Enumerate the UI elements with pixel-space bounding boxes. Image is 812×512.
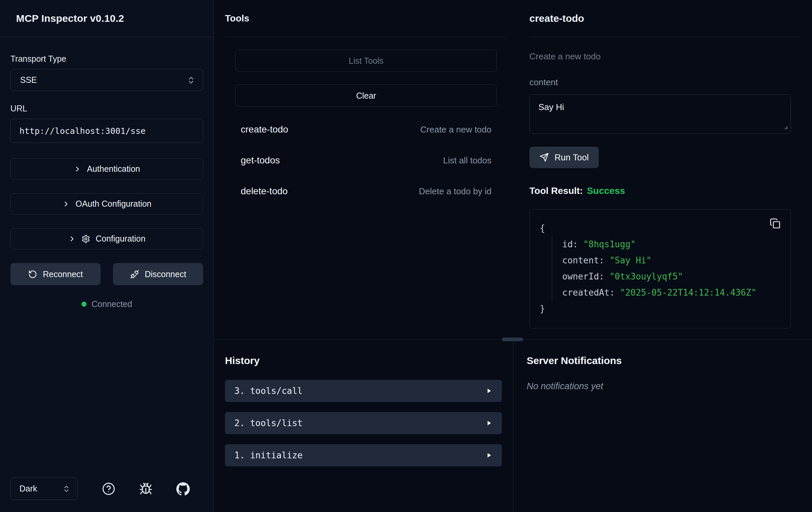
footer-icons bbox=[102, 482, 203, 495]
tool-row-delete-todo[interactable]: delete-todo Delete a todo by id bbox=[235, 176, 497, 207]
bottom-row: History 3. tools/call 2. tools/list 1. i… bbox=[214, 340, 812, 512]
configuration-accordion[interactable]: Configuration bbox=[10, 228, 203, 249]
github-button[interactable] bbox=[176, 482, 190, 495]
github-icon bbox=[176, 482, 190, 495]
content-field[interactable]: Say Hi bbox=[529, 94, 791, 134]
tools-panel-title: Tools bbox=[225, 0, 507, 37]
configuration-label: Configuration bbox=[95, 234, 145, 244]
history-item-label: 3. tools/call bbox=[234, 386, 303, 396]
tool-description: Delete a todo by id bbox=[419, 186, 492, 197]
json-key: id: bbox=[562, 239, 578, 249]
transport-type-value: SSE bbox=[20, 75, 37, 85]
theme-value: Dark bbox=[20, 484, 37, 493]
tool-description: Create a new todo bbox=[420, 125, 492, 135]
chevron-right-icon bbox=[68, 235, 76, 243]
rotate-ccw-icon bbox=[28, 270, 37, 279]
tool-result-line: Tool Result:Success bbox=[529, 186, 801, 196]
history-item-tools-list[interactable]: 2. tools/list bbox=[225, 412, 502, 434]
chevron-right-icon bbox=[62, 200, 70, 208]
tool-result-status: Success bbox=[587, 186, 625, 196]
copy-json-button[interactable] bbox=[770, 218, 781, 229]
url-label: URL bbox=[10, 104, 203, 113]
connection-actions: Reconnect Disconnect bbox=[10, 263, 203, 285]
selected-tool-description: Create a new todo bbox=[529, 51, 801, 62]
mcp-inspector-app: MCP Inspector v0.10.2 Transport Type SSE… bbox=[0, 0, 812, 512]
transport-type-label: Transport Type bbox=[10, 54, 203, 64]
sidebar-footer: Dark bbox=[0, 478, 213, 512]
transport-type-select[interactable]: SSE bbox=[10, 69, 203, 91]
sidebar: MCP Inspector v0.10.2 Transport Type SSE… bbox=[0, 0, 214, 512]
oauth-configuration-accordion[interactable]: OAuth Configuration bbox=[10, 193, 203, 214]
reconnect-button[interactable]: Reconnect bbox=[10, 263, 100, 285]
tool-name: get-todos bbox=[241, 155, 280, 166]
json-close-brace: } bbox=[540, 301, 781, 317]
debug-button[interactable] bbox=[139, 482, 152, 495]
server-notifications-panel: Server Notifications No notifications ye… bbox=[513, 340, 812, 512]
panel-resize-handle[interactable] bbox=[502, 338, 523, 341]
chevron-right-icon bbox=[74, 165, 82, 173]
main-area: Tools List Tools Clear create-todo Creat… bbox=[214, 0, 812, 512]
history-item-initialize[interactable]: 1. initialize bbox=[225, 444, 502, 466]
run-tool-label: Run Tool bbox=[554, 152, 589, 163]
json-value: "Say Hi" bbox=[609, 255, 651, 265]
url-input[interactable] bbox=[10, 119, 203, 143]
disconnect-label: Disconnect bbox=[145, 269, 186, 279]
history-item-label: 1. initialize bbox=[234, 450, 303, 460]
reconnect-label: Reconnect bbox=[43, 269, 83, 279]
json-value: "0tx3ouylyqf5" bbox=[609, 271, 683, 281]
app-title: MCP Inspector v0.10.2 bbox=[0, 0, 213, 37]
json-line: content: "Say Hi" bbox=[562, 252, 781, 268]
help-circle-icon bbox=[102, 482, 115, 495]
sidebar-body: Transport Type SSE URL Authentication OA… bbox=[0, 37, 213, 309]
connection-status: Connected bbox=[10, 299, 203, 309]
tool-list: create-todo Create a new todo get-todos … bbox=[235, 114, 497, 207]
gear-icon bbox=[82, 235, 90, 243]
history-panel: History 3. tools/call 2. tools/list 1. i… bbox=[214, 340, 513, 512]
tool-name: create-todo bbox=[241, 124, 288, 135]
resize-grip-icon[interactable] bbox=[782, 124, 788, 131]
server-notifications-title: Server Notifications bbox=[527, 355, 799, 367]
help-button[interactable] bbox=[102, 482, 115, 495]
tools-content: List Tools Clear create-todo Create a ne… bbox=[225, 37, 507, 207]
json-line: id: "8hqs1ugg" bbox=[562, 236, 781, 252]
json-open-brace: { bbox=[540, 220, 781, 236]
tool-row-create-todo[interactable]: create-todo Create a new todo bbox=[235, 114, 497, 145]
unplug-icon bbox=[130, 270, 139, 279]
chevrons-up-down-icon bbox=[187, 76, 196, 85]
run-tool-button[interactable]: Run Tool bbox=[529, 146, 599, 168]
history-item-label: 2. tools/list bbox=[234, 418, 303, 428]
list-tools-button[interactable]: List Tools bbox=[235, 50, 497, 72]
selected-tool-content: Create a new todo content Say Hi Run Too… bbox=[529, 37, 801, 328]
connected-label: Connected bbox=[91, 299, 132, 309]
content-field-label: content bbox=[529, 77, 801, 87]
expand-play-icon bbox=[485, 387, 493, 395]
tool-row-get-todos[interactable]: get-todos List all todos bbox=[235, 145, 497, 176]
tool-result-json: { id: "8hqs1ugg" content: "Say Hi" owner… bbox=[529, 209, 791, 328]
json-line: createdAt: "2025-05-22T14:12:14.436Z" bbox=[562, 285, 781, 301]
no-notifications-text: No notifications yet bbox=[527, 381, 799, 392]
json-body: id: "8hqs1ugg" content: "Say Hi" ownerId… bbox=[552, 236, 781, 301]
json-value: "2025-05-22T14:12:14.436Z" bbox=[620, 288, 756, 298]
json-line: ownerId: "0tx3ouylyqf5" bbox=[562, 268, 781, 285]
json-value: "8hqs1ugg" bbox=[583, 239, 636, 249]
authentication-accordion[interactable]: Authentication bbox=[10, 158, 203, 180]
expand-play-icon bbox=[485, 420, 493, 427]
disconnect-button[interactable]: Disconnect bbox=[113, 263, 203, 285]
expand-play-icon bbox=[485, 452, 493, 459]
authentication-label: Authentication bbox=[87, 164, 140, 174]
json-key: content: bbox=[562, 255, 604, 265]
top-row: Tools List Tools Clear create-todo Creat… bbox=[214, 0, 812, 340]
copy-icon bbox=[770, 218, 781, 229]
selected-tool-panel: create-todo Create a new todo content Sa… bbox=[518, 0, 812, 339]
theme-select[interactable]: Dark bbox=[10, 478, 78, 500]
chevrons-up-down-icon bbox=[62, 485, 70, 493]
history-item-tools-call[interactable]: 3. tools/call bbox=[225, 380, 502, 402]
clear-tools-button[interactable]: Clear bbox=[235, 85, 497, 107]
json-key: ownerId: bbox=[562, 271, 604, 281]
bug-icon bbox=[139, 482, 152, 495]
tool-description: List all todos bbox=[443, 155, 492, 166]
json-key: createdAt: bbox=[562, 288, 615, 298]
content-field-wrap: Say Hi bbox=[529, 94, 791, 134]
history-title: History bbox=[225, 355, 502, 367]
connected-dot-icon bbox=[82, 302, 87, 307]
